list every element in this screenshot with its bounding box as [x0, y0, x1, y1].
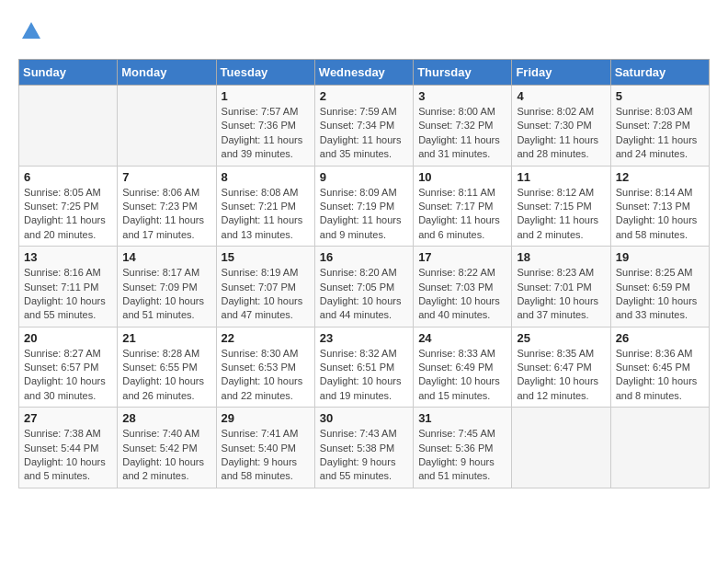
sunrise: Sunrise: 7:59 AM: [320, 106, 397, 117]
sunset: Sunset: 7:32 PM: [418, 120, 493, 131]
day-info: Sunrise: 8:09 AM Sunset: 7:19 PM Dayligh…: [320, 186, 408, 243]
daylight: Daylight: 10 hours and 33 minutes.: [616, 295, 698, 320]
calendar-cell: 24 Sunrise: 8:33 AM Sunset: 6:49 PM Dayl…: [414, 327, 512, 408]
sunrise: Sunrise: 8:32 AM: [320, 348, 397, 359]
sunset: Sunset: 7:36 PM: [222, 120, 296, 131]
sunrise: Sunrise: 8:11 AM: [418, 187, 495, 198]
sunrise: Sunrise: 8:14 AM: [616, 187, 693, 198]
day-number: 8: [222, 170, 310, 184]
sunrise: Sunrise: 8:03 AM: [616, 106, 693, 117]
calendar-cell: 22 Sunrise: 8:30 AM Sunset: 6:53 PM Dayl…: [216, 327, 314, 408]
calendar-cell: 1 Sunrise: 7:57 AM Sunset: 7:36 PM Dayli…: [216, 86, 314, 167]
sunset: Sunset: 5:44 PM: [24, 442, 98, 454]
day-number: 16: [320, 250, 408, 264]
sunrise: Sunrise: 8:02 AM: [517, 106, 594, 117]
sunrise: Sunrise: 8:35 AM: [517, 348, 594, 359]
daylight: Daylight: 11 hours and 13 minutes.: [222, 214, 303, 239]
calendar-body: 1 Sunrise: 7:57 AM Sunset: 7:36 PM Dayli…: [19, 86, 710, 488]
sunset: Sunset: 5:38 PM: [320, 442, 394, 454]
day-number: 24: [418, 331, 506, 345]
daylight: Daylight: 10 hours and 22 minutes.: [222, 375, 303, 400]
sunrise: Sunrise: 8:36 AM: [616, 348, 693, 359]
calendar-cell: 26 Sunrise: 8:36 AM Sunset: 6:45 PM Dayl…: [610, 327, 709, 408]
sunset: Sunset: 6:53 PM: [222, 362, 296, 373]
day-number: 30: [320, 411, 408, 425]
calendar-cell: 5 Sunrise: 8:03 AM Sunset: 7:28 PM Dayli…: [610, 86, 709, 167]
sunset: Sunset: 7:28 PM: [616, 120, 690, 131]
daylight: Daylight: 9 hours and 55 minutes.: [320, 456, 396, 481]
day-number: 25: [517, 331, 605, 345]
sunset: Sunset: 7:30 PM: [517, 120, 591, 131]
day-number: 27: [24, 411, 112, 425]
day-number: 1: [222, 89, 310, 103]
day-number: 6: [24, 170, 112, 184]
sunrise: Sunrise: 8:30 AM: [222, 348, 299, 359]
day-info: Sunrise: 7:57 AM Sunset: 7:36 PM Dayligh…: [222, 105, 310, 162]
day-number: 4: [517, 89, 605, 103]
svg-marker-0: [22, 22, 40, 39]
sunrise: Sunrise: 8:28 AM: [122, 348, 199, 359]
calendar-cell: 11 Sunrise: 8:12 AM Sunset: 7:15 PM Dayl…: [512, 166, 610, 247]
day-info: Sunrise: 8:14 AM Sunset: 7:13 PM Dayligh…: [616, 186, 704, 243]
day-number: 10: [418, 170, 506, 184]
day-info: Sunrise: 8:22 AM Sunset: 7:03 PM Dayligh…: [418, 266, 506, 323]
daylight: Daylight: 10 hours and 55 minutes.: [24, 295, 106, 320]
daylight: Daylight: 10 hours and 15 minutes.: [418, 375, 500, 400]
sunrise: Sunrise: 8:19 AM: [222, 267, 299, 278]
day-info: Sunrise: 8:35 AM Sunset: 6:47 PM Dayligh…: [517, 347, 605, 404]
calendar-cell: 10 Sunrise: 8:11 AM Sunset: 7:17 PM Dayl…: [414, 166, 512, 247]
sunset: Sunset: 7:15 PM: [517, 201, 591, 212]
sunrise: Sunrise: 8:20 AM: [320, 267, 397, 278]
day-info: Sunrise: 8:16 AM Sunset: 7:11 PM Dayligh…: [24, 266, 112, 323]
calendar-cell: 9 Sunrise: 8:09 AM Sunset: 7:19 PM Dayli…: [314, 166, 413, 247]
sunset: Sunset: 7:17 PM: [418, 201, 493, 212]
daylight: Daylight: 11 hours and 31 minutes.: [418, 134, 500, 159]
sunrise: Sunrise: 7:45 AM: [418, 428, 495, 439]
sunset: Sunset: 7:25 PM: [24, 201, 98, 212]
sunset: Sunset: 7:19 PM: [320, 201, 394, 212]
sunset: Sunset: 6:51 PM: [320, 362, 394, 373]
daylight: Daylight: 10 hours and 2 minutes.: [122, 456, 204, 481]
calendar-table: SundayMondayTuesdayWednesdayThursdayFrid…: [18, 59, 710, 488]
day-number: 15: [222, 250, 310, 264]
logo: [18, 18, 48, 44]
day-number: 29: [222, 411, 310, 425]
sunset: Sunset: 7:21 PM: [222, 201, 296, 212]
calendar-cell: 18 Sunrise: 8:23 AM Sunset: 7:01 PM Dayl…: [512, 247, 610, 327]
daylight: Daylight: 11 hours and 39 minutes.: [222, 134, 303, 159]
sunset: Sunset: 5:42 PM: [122, 442, 197, 454]
day-info: Sunrise: 8:20 AM Sunset: 7:05 PM Dayligh…: [320, 266, 408, 323]
day-info: Sunrise: 8:32 AM Sunset: 6:51 PM Dayligh…: [320, 347, 408, 404]
calendar-cell: 19 Sunrise: 8:25 AM Sunset: 6:59 PM Dayl…: [610, 247, 709, 327]
week-row-1: 1 Sunrise: 7:57 AM Sunset: 7:36 PM Dayli…: [19, 86, 710, 167]
daylight: Daylight: 10 hours and 44 minutes.: [320, 295, 402, 320]
daylight: Daylight: 11 hours and 35 minutes.: [320, 134, 402, 159]
day-info: Sunrise: 8:23 AM Sunset: 7:01 PM Dayligh…: [517, 266, 605, 323]
day-number: 7: [122, 170, 210, 184]
daylight: Daylight: 11 hours and 28 minutes.: [517, 134, 598, 159]
week-row-4: 20 Sunrise: 8:27 AM Sunset: 6:57 PM Dayl…: [19, 327, 710, 408]
daylight: Daylight: 10 hours and 30 minutes.: [24, 375, 106, 400]
sunrise: Sunrise: 8:33 AM: [418, 348, 495, 359]
daylight: Daylight: 10 hours and 5 minutes.: [24, 456, 106, 481]
day-info: Sunrise: 7:38 AM Sunset: 5:44 PM Dayligh…: [24, 427, 112, 484]
calendar-cell: 30 Sunrise: 7:43 AM Sunset: 5:38 PM Dayl…: [314, 408, 413, 488]
calendar-cell: 23 Sunrise: 8:32 AM Sunset: 6:51 PM Dayl…: [314, 327, 413, 408]
logo-icon: [18, 18, 44, 44]
daylight: Daylight: 10 hours and 8 minutes.: [616, 375, 698, 400]
day-info: Sunrise: 8:28 AM Sunset: 6:55 PM Dayligh…: [122, 347, 210, 404]
day-info: Sunrise: 8:27 AM Sunset: 6:57 PM Dayligh…: [24, 347, 112, 404]
sunrise: Sunrise: 7:57 AM: [222, 106, 299, 117]
daylight: Daylight: 9 hours and 51 minutes.: [418, 456, 495, 481]
day-number: 13: [24, 250, 112, 264]
sunrise: Sunrise: 7:41 AM: [222, 428, 299, 439]
calendar-cell: 13 Sunrise: 8:16 AM Sunset: 7:11 PM Dayl…: [19, 247, 118, 327]
day-number: 28: [122, 411, 210, 425]
calendar-cell: 25 Sunrise: 8:35 AM Sunset: 6:47 PM Dayl…: [512, 327, 610, 408]
daylight: Daylight: 10 hours and 40 minutes.: [418, 295, 500, 320]
sunrise: Sunrise: 7:40 AM: [122, 428, 199, 439]
day-info: Sunrise: 7:45 AM Sunset: 5:36 PM Dayligh…: [418, 427, 506, 484]
day-info: Sunrise: 7:40 AM Sunset: 5:42 PM Dayligh…: [122, 427, 210, 484]
sunset: Sunset: 7:09 PM: [122, 282, 197, 293]
sunset: Sunset: 6:59 PM: [616, 282, 690, 293]
